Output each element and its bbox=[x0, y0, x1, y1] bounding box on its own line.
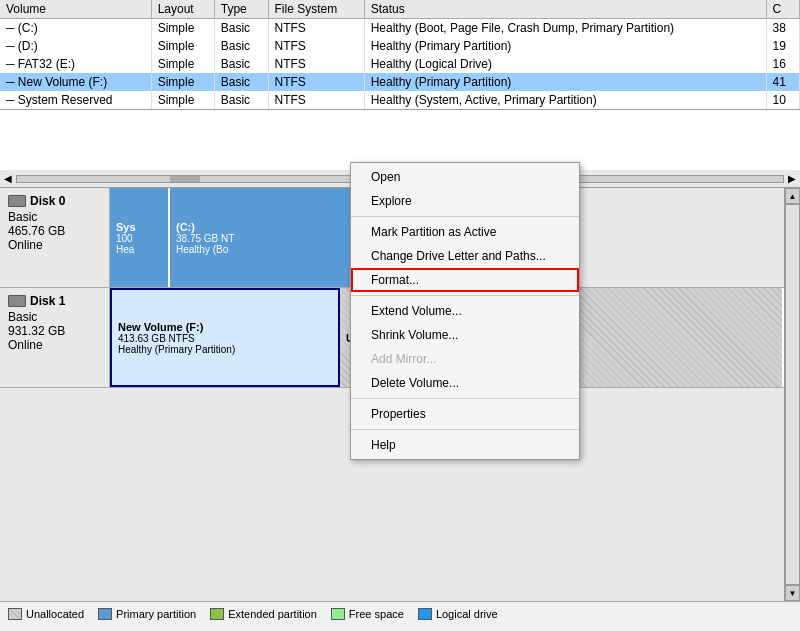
cell-cap: 10 bbox=[766, 91, 800, 109]
disk0-icon: Disk 0 bbox=[8, 194, 101, 208]
cell-type: Basic bbox=[214, 19, 268, 38]
cell-type: Basic bbox=[214, 91, 268, 109]
disk1-newvolume-sub2: Healthy (Primary Partition) bbox=[118, 344, 332, 355]
legend-free-label: Free space bbox=[349, 608, 404, 620]
table-row[interactable]: ─ (C:) Simple Basic NTFS Healthy (Boot, … bbox=[0, 19, 800, 38]
disk-list-panel: Volume Layout Type File System Status C … bbox=[0, 0, 800, 170]
cell-fs: NTFS bbox=[268, 19, 364, 38]
disk1-icon: Disk 1 bbox=[8, 294, 101, 308]
cell-layout: Simple bbox=[151, 19, 214, 38]
legend-extended-label: Extended partition bbox=[228, 608, 317, 620]
cell-cap: 41 bbox=[766, 73, 800, 91]
col-status[interactable]: Status bbox=[364, 0, 766, 19]
context-menu-item-mark-partition-as-active[interactable]: Mark Partition as Active bbox=[351, 220, 579, 244]
cell-status: Healthy (Boot, Page File, Crash Dump, Pr… bbox=[364, 19, 766, 38]
context-menu-separator bbox=[351, 295, 579, 296]
col-layout[interactable]: Layout bbox=[151, 0, 214, 19]
legend-extended: Extended partition bbox=[210, 608, 317, 620]
disk1-newvolume-title: New Volume (F:) bbox=[118, 321, 332, 333]
table-row[interactable]: ─ FAT32 (E:) Simple Basic NTFS Healthy (… bbox=[0, 55, 800, 73]
cell-volume: ─ New Volume (F:) bbox=[0, 73, 151, 91]
context-menu-item-properties[interactable]: Properties bbox=[351, 402, 579, 426]
disk0-sysreserved-sub2: Hea bbox=[116, 244, 162, 255]
disk0-sysreserved-sub1: 100 bbox=[116, 233, 162, 244]
cell-type: Basic bbox=[214, 73, 268, 91]
legend-primary: Primary partition bbox=[98, 608, 196, 620]
disk0-name: Disk 0 bbox=[30, 194, 65, 208]
legend-unallocated: Unallocated bbox=[8, 608, 84, 620]
cell-fs: NTFS bbox=[268, 91, 364, 109]
disk0-cdrive[interactable]: (C:) 38.75 GB NT Healthy (Bo bbox=[170, 188, 370, 287]
disk0-sysreserved[interactable]: Sys 100 Hea bbox=[110, 188, 170, 287]
cell-layout: Simple bbox=[151, 55, 214, 73]
table-row[interactable]: ─ System Reserved Simple Basic NTFS Heal… bbox=[0, 91, 800, 109]
context-menu-item-explore[interactable]: Explore bbox=[351, 189, 579, 213]
cell-type: Basic bbox=[214, 55, 268, 73]
cell-layout: Simple bbox=[151, 73, 214, 91]
table-row[interactable]: ─ (D:) Simple Basic NTFS Healthy (Primar… bbox=[0, 37, 800, 55]
context-menu-item-extend-volume---[interactable]: Extend Volume... bbox=[351, 299, 579, 323]
scroll-up-button[interactable]: ▲ bbox=[785, 188, 800, 204]
cell-type: Basic bbox=[214, 37, 268, 55]
disk1-newvolume[interactable]: New Volume (F:) 413.63 GB NTFS Healthy (… bbox=[110, 288, 340, 387]
context-menu-separator bbox=[351, 398, 579, 399]
legend-logical-color bbox=[418, 608, 432, 620]
context-menu: OpenExploreMark Partition as ActiveChang… bbox=[350, 162, 580, 460]
cell-fs: NTFS bbox=[268, 37, 364, 55]
disk1-status: Online bbox=[8, 338, 101, 352]
context-menu-item-format---[interactable]: Format... bbox=[351, 268, 579, 292]
cell-fs: NTFS bbox=[268, 55, 364, 73]
disk0-size: 465.76 GB bbox=[8, 224, 101, 238]
cell-fs: NTFS bbox=[268, 73, 364, 91]
disk0-sysreserved-title: Sys bbox=[116, 221, 162, 233]
scroll-down-button[interactable]: ▼ bbox=[785, 585, 800, 601]
cell-status: Healthy (Primary Partition) bbox=[364, 37, 766, 55]
disk0-cdrive-sub1: 38.75 GB NT bbox=[176, 233, 362, 244]
scroll-vertical-track[interactable] bbox=[785, 204, 800, 585]
legend-primary-label: Primary partition bbox=[116, 608, 196, 620]
table-row[interactable]: ─ New Volume (F:) Simple Basic NTFS Heal… bbox=[0, 73, 800, 91]
legend-bar: Unallocated Primary partition Extended p… bbox=[0, 601, 800, 625]
col-filesystem[interactable]: File System bbox=[268, 0, 364, 19]
context-menu-item-change-drive-letter-and-paths---[interactable]: Change Drive Letter and Paths... bbox=[351, 244, 579, 268]
cell-cap: 16 bbox=[766, 55, 800, 73]
legend-free-color bbox=[331, 608, 345, 620]
cell-layout: Simple bbox=[151, 91, 214, 109]
scroll-left-arrow[interactable]: ◀ bbox=[4, 173, 12, 184]
disk1-size: 931.32 GB bbox=[8, 324, 101, 338]
context-menu-separator bbox=[351, 429, 579, 430]
legend-primary-color bbox=[98, 608, 112, 620]
disk0-label: Disk 0 Basic 465.76 GB Online bbox=[0, 188, 110, 287]
disk1-label: Disk 1 Basic 931.32 GB Online bbox=[0, 288, 110, 387]
scroll-thumb[interactable] bbox=[170, 176, 200, 182]
disk0-type: Basic bbox=[8, 210, 101, 224]
disk1-type: Basic bbox=[8, 310, 101, 324]
legend-extended-color bbox=[210, 608, 224, 620]
col-volume[interactable]: Volume bbox=[0, 0, 151, 19]
context-menu-item-delete-volume---[interactable]: Delete Volume... bbox=[351, 371, 579, 395]
vertical-scrollbar[interactable]: ▲ ▼ bbox=[784, 188, 800, 601]
disk0-status: Online bbox=[8, 238, 101, 252]
col-cap[interactable]: C bbox=[766, 0, 800, 19]
cell-status: Healthy (Primary Partition) bbox=[364, 73, 766, 91]
cell-status: Healthy (Logical Drive) bbox=[364, 55, 766, 73]
scroll-right-arrow[interactable]: ▶ bbox=[788, 173, 796, 184]
cell-volume: ─ FAT32 (E:) bbox=[0, 55, 151, 73]
volume-table: Volume Layout Type File System Status C … bbox=[0, 0, 800, 110]
legend-free: Free space bbox=[331, 608, 404, 620]
disk0-cdrive-sub2: Healthy (Bo bbox=[176, 244, 362, 255]
cell-volume: ─ (C:) bbox=[0, 19, 151, 38]
cell-layout: Simple bbox=[151, 37, 214, 55]
context-menu-item-help[interactable]: Help bbox=[351, 433, 579, 457]
legend-unallocated-label: Unallocated bbox=[26, 608, 84, 620]
context-menu-item-open[interactable]: Open bbox=[351, 165, 579, 189]
context-menu-separator bbox=[351, 216, 579, 217]
context-menu-item-shrink-volume---[interactable]: Shrink Volume... bbox=[351, 323, 579, 347]
cell-status: Healthy (System, Active, Primary Partiti… bbox=[364, 91, 766, 109]
cell-cap: 19 bbox=[766, 37, 800, 55]
disk0-cdrive-title: (C:) bbox=[176, 221, 362, 233]
col-type[interactable]: Type bbox=[214, 0, 268, 19]
legend-unallocated-color bbox=[8, 608, 22, 620]
legend-logical-label: Logical drive bbox=[436, 608, 498, 620]
disk1-newvolume-sub1: 413.63 GB NTFS bbox=[118, 333, 332, 344]
